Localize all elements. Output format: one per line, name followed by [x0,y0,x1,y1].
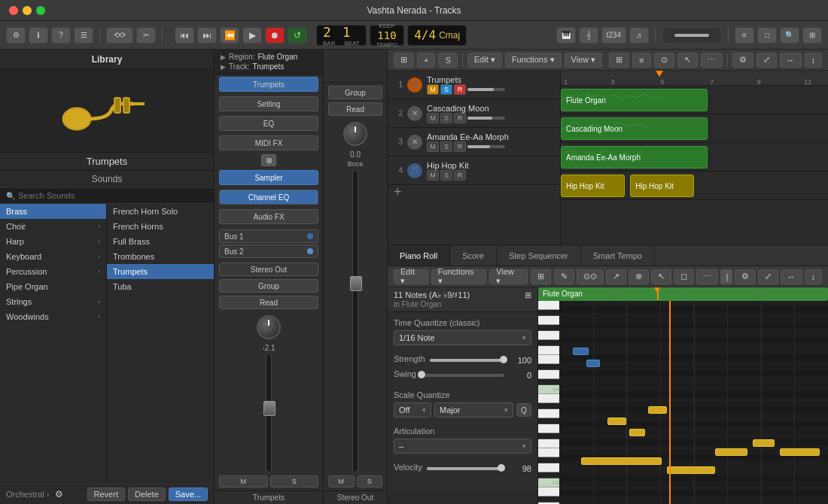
toolbar-mode-btn[interactable]: ⊞ [394,53,414,68]
key-b4[interactable] [538,301,559,310]
note-value-dropdown[interactable]: 1/16 Note ▾ [394,330,531,345]
expand-icon[interactable]: ⊞ [525,290,531,300]
delete-button[interactable]: Delete [128,487,166,501]
cat-item-woodwinds[interactable]: Woodwinds › [0,309,106,324]
rewind-button[interactable]: ⏮ [175,27,194,44]
cursor-icon[interactable]: ↖ [677,53,698,68]
velocity-slider[interactable] [427,467,504,470]
track-header-3[interactable]: 3 ✕ Amanda Ee-Aa Morph M S R [388,128,560,156]
list-icon[interactable]: ≡ [632,53,650,68]
fader-track2[interactable] [352,170,358,472]
pr-settings-icon[interactable]: ⚙ [735,269,756,284]
pr-tools-icon[interactable]: ⊙⊙ [577,269,604,284]
pr-cursor-icon[interactable]: ↖ [651,269,671,284]
key-eb3[interactable] [538,457,559,463]
scale-off-dropdown[interactable]: Off ▾ [394,402,431,417]
mute-button[interactable]: M [219,475,268,487]
zoom-vert[interactable]: ↕ [805,53,823,68]
mute-btn-4[interactable]: M [427,170,439,181]
cat-item-keyboard[interactable]: Keyboard › [0,249,106,264]
clip-hip-hop-1[interactable]: Hip Hop Kit [561,175,625,197]
record-btn-3[interactable]: R [454,141,466,152]
edit-dropdown[interactable]: Edit ▾ [467,53,502,68]
key-g4[interactable] [538,331,559,340]
list-view-button[interactable]: ≡ [735,27,754,44]
key-f3[interactable] [538,439,559,448]
clip-cascading-moon[interactable]: Cascading Moon [561,117,708,140]
close-button[interactable] [9,6,18,15]
record-btn-4[interactable]: R [454,170,466,181]
solo-btn-2[interactable]: S [440,113,452,123]
pr-pencil-icon[interactable]: ✎ [554,269,574,284]
sub-item-french-horn-solo[interactable]: French Horn Solo [107,204,214,219]
track-fader-1[interactable] [467,88,505,91]
tab-piano-roll[interactable]: Piano Roll [388,245,450,266]
pr-link-icon[interactable]: ⊗ [629,269,649,284]
note-editor-button[interactable]: □ [757,27,777,44]
key-db3[interactable] [538,472,559,478]
scale-q-button[interactable]: Q [516,403,531,417]
key-e3[interactable] [538,448,559,457]
key-g3[interactable] [538,424,559,433]
grid-icon[interactable]: ⊞ [609,53,629,68]
note-5[interactable] [648,406,667,414]
read-button2[interactable]: Read [328,102,382,116]
arrange-button[interactable]: ☰ [74,27,93,44]
setting-slot[interactable]: Setting [219,96,318,111]
pr-zoom-h[interactable]: ↔ [781,269,802,284]
search-button[interactable]: 🔍 [780,27,799,44]
note-grid[interactable] [559,301,828,504]
strength-handle[interactable] [500,356,507,363]
pr-merge-btn[interactable]: ⊞ [531,269,551,284]
scissors-button[interactable]: ✂ [136,27,156,44]
link-icon[interactable]: ⊗ [261,154,276,166]
read-button[interactable]: Read [219,296,318,309]
save-button[interactable]: Save... [169,487,208,501]
note-long-2[interactable] [667,466,715,474]
fast-forward-button[interactable]: ⏭ [197,27,217,44]
key-c3[interactable]: C3 [538,478,559,487]
note-6[interactable] [715,448,747,456]
clip-hip-hop-2[interactable]: Hip Hop Kit [630,175,694,197]
volume-slider[interactable] [662,27,722,44]
track-header-4[interactable]: 4 🎵 Hip Hop Kit M S R [388,156,560,185]
key-d4[interactable] [538,370,559,379]
view-dropdown[interactable]: View ▾ [565,53,603,68]
snap-icon[interactable]: ⊙ [654,53,674,68]
toolbar-add-btn[interactable]: + [417,53,435,68]
sub-item-french-horns[interactable]: French Horns [107,219,214,234]
cat-item-choir[interactable]: Choir › [0,219,106,234]
mute-button2[interactable]: M [328,475,355,487]
pr-more-icon[interactable]: ⋯ [696,269,718,284]
note-4[interactable] [629,429,645,436]
add-track-button[interactable]: ⊞ [802,27,822,44]
bus2-row[interactable]: Bus 2 [219,244,318,258]
tab-score[interactable]: Score [450,245,497,266]
pr-edit-dropdown[interactable]: Edit ▾ [394,269,428,284]
pan-knob[interactable] [257,315,281,339]
strength-slider[interactable] [430,359,504,362]
gear-icon[interactable]: ⚙ [52,487,65,501]
zoom-icon[interactable]: ⤢ [756,53,777,68]
note-2[interactable] [586,360,600,367]
tempo-display[interactable]: KEEP 110 TEMPO [370,25,404,46]
toolbar-s-btn[interactable]: S [438,53,457,68]
record-btn-2[interactable]: R [454,113,466,123]
cat-item-strings[interactable]: Strings › [0,294,106,309]
maximize-button[interactable] [36,6,45,15]
key-bb2[interactable] [538,496,559,502]
note-7[interactable] [753,439,775,447]
sub-item-tuba[interactable]: Tuba [107,279,214,294]
swing-handle[interactable] [418,371,425,378]
cycle-button[interactable]: ↺ [288,27,307,44]
search-input[interactable] [18,191,208,200]
bus1-row[interactable]: Bus 1 [219,229,318,243]
mute-btn-1[interactable]: M [427,84,439,95]
key-e4[interactable] [538,355,559,364]
velocity-handle[interactable] [498,464,505,472]
cat-item-percussion[interactable]: Percussion › [0,264,106,279]
breadcrumb[interactable]: Orchestral › [6,490,49,499]
undo-redo-button[interactable]: ⟲⟳ [106,27,133,44]
pr-functions-dropdown[interactable]: Functions ▾ [431,269,487,284]
functions-dropdown[interactable]: Functions ▾ [505,53,562,68]
